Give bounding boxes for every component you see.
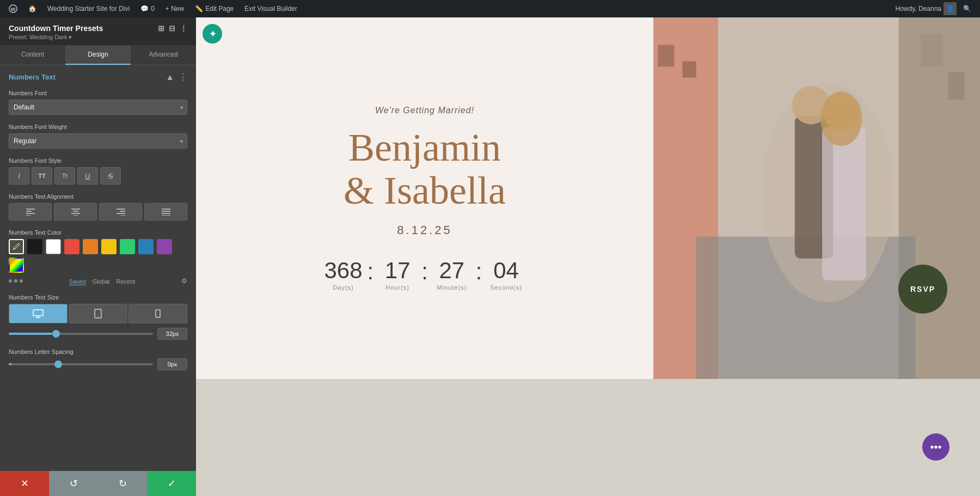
color-tab-global[interactable]: Global [93,278,110,285]
more-options-icon: ••• [930,441,941,454]
eyedropper-swatch[interactable] [9,239,24,254]
new-item[interactable]: + New [161,0,188,17]
mobile-icon [155,309,161,318]
exit-builder-item[interactable]: Exit Visual Builder [240,0,302,17]
red-swatch[interactable] [64,239,79,254]
purple-swatch[interactable] [157,239,172,254]
undo-button[interactable]: ↺ [49,471,98,496]
second-section: ••• [196,379,980,496]
countdown-hours-value: 17 [376,259,419,282]
tab-advanced[interactable]: Advanced [131,45,196,65]
tab-content[interactable]: Content [0,45,65,65]
numbers-font-label: Numbers Font [9,90,187,96]
orange-swatch[interactable] [83,239,98,254]
text-size-input[interactable] [157,328,187,340]
numbers-font-group: Numbers Font Default [9,90,187,115]
rsvp-button[interactable]: RSVP [898,265,947,314]
size-slider-row [9,328,187,340]
green-swatch[interactable] [120,239,135,254]
color-dot-2 [14,279,17,283]
numbers-font-weight-select[interactable]: Regular [9,133,187,149]
text-size-slider[interactable] [9,333,153,335]
divi-fab[interactable]: ✦ [203,24,222,44]
black-swatch[interactable] [27,239,42,254]
countdown-days: 368 Day(s) [321,259,365,291]
search-button[interactable]: 🔍 [959,5,976,13]
smallcaps-button[interactable]: Tt [54,167,75,185]
comments-item[interactable]: 💬 0 [136,0,159,17]
wedding-photo-area [653,17,980,379]
italic-button[interactable]: I [9,167,29,185]
blue-swatch[interactable] [138,239,154,254]
align-center-icon [71,208,80,216]
align-justify-button[interactable] [144,203,187,221]
user-avatar[interactable]: 👤 [944,2,957,15]
countdown-minutes-value: 27 [430,259,474,282]
section-collapse-icon[interactable]: ▲ [166,72,174,82]
panel-icon-copy[interactable]: ⊞ [158,24,164,33]
svg-rect-37 [683,61,696,77]
color-dots-area [9,279,23,283]
numbers-letter-spacing-label: Numbers Letter Spacing [9,348,187,355]
main-layout: Countdown Timer Presets ⊞ ⊟ ⋮ Preset: We… [0,17,980,496]
preset-label[interactable]: Preset: Wedding Dark ▾ [9,34,72,40]
countdown-minutes-label: Minute(s) [430,284,474,291]
tablet-icon [94,309,102,319]
svg-rect-32 [822,127,866,280]
right-content: ✦ We're Getting Married! Benjamin & Isab… [196,17,980,496]
desktop-device-button[interactable] [9,304,68,323]
letter-spacing-input[interactable] [157,358,187,370]
align-left-button[interactable] [9,203,52,221]
numbers-text-alignment-label: Numbers Text Alignment [9,193,187,200]
align-right-button[interactable] [99,203,142,221]
strikethrough-button[interactable]: S [100,167,121,185]
bottom-toolbar: ✕ ↺ ↻ ✓ [0,471,196,496]
cancel-button[interactable]: ✕ [0,471,49,496]
wedding-section: We're Getting Married! Benjamin & Isabel… [196,17,980,379]
countdown-seconds: 04 Second(s) [485,259,528,291]
admin-bar: W 🏠 Wedding Starter Site for Divi 💬 0 + … [0,0,980,17]
gradient-swatch[interactable] [9,258,24,273]
color-swatches [9,239,187,273]
white-swatch[interactable] [46,239,61,254]
site-logo-item[interactable]: 🏠 [24,0,41,17]
panel-icon-more[interactable]: ⋮ [180,24,187,33]
panel-icon-layout[interactable]: ⊟ [169,24,175,33]
numbers-text-alignment-group: Numbers Text Alignment [9,193,187,221]
countdown-hours: 17 Hour(s) [376,259,419,291]
edit-page-item[interactable]: ✏️ Edit Page [191,0,238,17]
countdown-days-label: Day(s) [321,284,365,291]
color-tab-recent[interactable]: Recent [117,278,136,285]
numbers-letter-spacing-group: Numbers Letter Spacing [9,348,187,370]
edit-page-label: Edit Page [205,5,234,13]
svg-rect-39 [948,72,964,100]
underline-button[interactable]: U [77,167,98,185]
letter-spacing-slider[interactable] [9,363,153,365]
site-name-item[interactable]: Wedding Starter Site for Divi [43,0,134,17]
section-more-icon[interactable]: ⋮ [179,72,187,82]
size-device-buttons [9,304,187,323]
color-settings-icon[interactable]: ⚙ [181,277,187,285]
caps-button[interactable]: TT [32,167,52,185]
photo-svg [653,17,980,379]
mobile-device-button[interactable] [128,304,187,323]
tablet-device-button[interactable] [69,304,127,323]
wp-logo[interactable]: W [4,0,22,17]
svg-point-35 [820,91,862,146]
save-button[interactable]: ✓ [147,471,196,496]
numbers-font-weight-select-wrapper: Regular [9,133,187,149]
svg-point-23 [97,316,99,317]
site-name-label: Wedding Starter Site for Divi [47,5,130,13]
admin-bar-right: Howdy, Deanna 👤 🔍 [896,2,976,15]
more-options-fab[interactable]: ••• [922,433,950,461]
align-center-button[interactable] [54,203,97,221]
section-title: Numbers Text [9,73,56,81]
tab-design[interactable]: Design [65,45,131,65]
user-greeting: Howdy, Deanna [896,5,942,13]
color-tab-saved[interactable]: Saved [69,278,86,285]
font-style-buttons: I TT Tt U S [9,167,187,185]
redo-button[interactable]: ↻ [98,471,147,496]
svg-point-18 [14,249,15,250]
numbers-font-select[interactable]: Default [9,100,187,115]
yellow-swatch[interactable] [101,239,117,254]
